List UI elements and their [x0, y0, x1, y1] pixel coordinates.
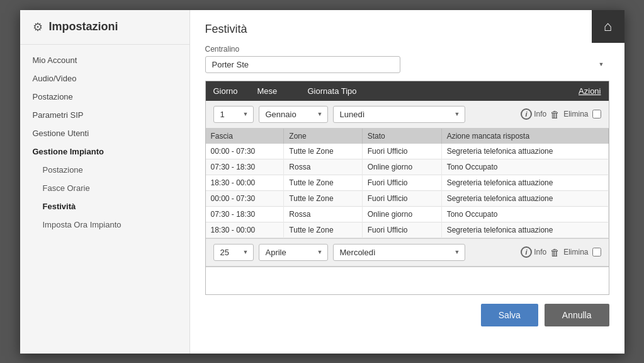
row-0-giorno-select[interactable]: 1234567891011121314151617181920212223242…	[213, 106, 254, 123]
row-1-actions: i Info 🗑 Elimina	[521, 246, 601, 258]
row-1-tipo-select[interactable]: LunedìMartedìMercoledì GiovedìVenerdìSab…	[333, 244, 465, 261]
info-icon-1: i	[521, 246, 532, 258]
sidebar-item-mio-account[interactable]: Mio Account	[20, 51, 189, 69]
main-content: ⌂ Festività Centralino Porter Ste Centra…	[190, 10, 624, 354]
table-row: 18:30 - 00:00Tutte le ZoneFuori UfficioS…	[206, 222, 609, 238]
row-0-tipo-wrapper: LunedìMartedìMercoledì GiovedìVenerdìSab…	[333, 106, 465, 123]
cell-fascia: 07:30 - 18:30	[206, 206, 284, 222]
azioni-link[interactable]: Azioni	[579, 86, 601, 96]
row-0-actions: i Info 🗑 Elimina	[521, 108, 601, 120]
sidebar-item-postazione-sub[interactable]: Postazione	[20, 161, 189, 179]
cell-azione: Tono Occupato	[441, 206, 608, 222]
col-giorno: Giorno	[213, 86, 239, 96]
row-0-info-button[interactable]: i Info	[521, 108, 546, 120]
col-mese: Mese	[257, 86, 308, 96]
table-col-headers: Giorno Mese Giornata Tipo Azioni	[206, 81, 609, 101]
sidebar: ⚙ Impostazioni Mio Account Audio/Video P…	[20, 10, 190, 354]
bottom-bar: Salva Annulla	[205, 304, 609, 326]
cell-fascia: 18:30 - 00:00	[206, 175, 284, 190]
sidebar-item-gestione-impianto[interactable]: Gestione Impianto	[20, 142, 189, 161]
cell-stato: Fuori Ufficio	[362, 222, 441, 238]
sidebar-nav: Mio Account Audio/Video Postazione Param…	[20, 49, 189, 354]
row-0-mese-select[interactable]: GennaioFebbraioMarzoAprile MaggioGiugnoL…	[259, 106, 328, 123]
col-tipo: Giornata Tipo	[308, 86, 446, 96]
cell-stato: Online giorno	[362, 159, 441, 175]
row-0-tipo-select[interactable]: LunedìMartedìMercoledì GiovedìVenerdìSab…	[333, 106, 465, 123]
sidebar-item-audio-video[interactable]: Audio/Video	[20, 69, 189, 88]
holiday-row-1-controls: 1234567891011121314151617181920212223242…	[206, 239, 609, 267]
cell-zone: Tutte le Zone	[284, 190, 362, 206]
row-1-mese-select[interactable]: GennaioFebbraioMarzoAprile MaggioGiugnoL…	[259, 244, 328, 261]
row-0-elimina-label[interactable]: Elimina	[563, 110, 588, 118]
holiday-row-0: 1234567891011121314151617181920212223242…	[206, 101, 609, 239]
table-row: 18:30 - 00:00Tutte le ZoneFuori UfficioS…	[206, 175, 609, 190]
sidebar-header: ⚙ Impostazioni	[20, 10, 189, 45]
sidebar-item-fasce-orarie[interactable]: Fasce Orarie	[20, 179, 189, 197]
cell-stato: Online giorno	[362, 206, 441, 222]
salva-button[interactable]: Salva	[481, 304, 538, 326]
col-azioni[interactable]: Azioni	[579, 86, 601, 96]
row-1-trash-icon[interactable]: 🗑	[550, 247, 560, 258]
annulla-button[interactable]: Annulla	[545, 304, 609, 326]
holiday-row-0-controls: 1234567891011121314151617181920212223242…	[206, 101, 609, 129]
cell-azione: Segreteria telefonica attuazione	[441, 175, 608, 190]
sidebar-item-gestione-utenti[interactable]: Gestione Utenti	[20, 124, 189, 142]
centralino-label: Centralino	[205, 45, 609, 54]
cell-fascia: 00:00 - 07:30	[206, 144, 284, 159]
sidebar-item-postazione[interactable]: Postazione	[20, 88, 189, 106]
row-0-mese-wrapper: GennaioFebbraioMarzoAprile MaggioGiugnoL…	[259, 106, 328, 123]
cell-fascia: 18:30 - 00:00	[206, 222, 284, 238]
centralino-select[interactable]: Porter Ste Centralino 2	[205, 56, 400, 73]
inner-col-azione: Azione mancata risposta	[441, 129, 608, 144]
inner-col-zone: Zone	[284, 129, 362, 144]
row-1-giorno-select[interactable]: 1234567891011121314151617181920212223242…	[213, 244, 254, 261]
row-1-giorno-wrapper: 1234567891011121314151617181920212223242…	[213, 244, 254, 261]
cell-azione: Tono Occupato	[441, 159, 608, 175]
home-button[interactable]: ⌂	[592, 10, 624, 43]
holiday-row-1: 1234567891011121314151617181920212223242…	[206, 239, 609, 267]
row-1-mese-wrapper: GennaioFebbraioMarzoAprile MaggioGiugnoL…	[259, 244, 328, 261]
cell-fascia: 00:00 - 07:30	[206, 190, 284, 206]
table-row: 00:00 - 07:30Tutte le ZoneFuori UfficioS…	[206, 190, 609, 206]
row-0-inner-table: Fascia Zone Stato Azione mancata rispost…	[206, 129, 609, 238]
row-1-info-button[interactable]: i Info	[521, 246, 546, 258]
row-0-info-label: Info	[534, 110, 546, 118]
festivita-table: Giorno Mese Giornata Tipo Azioni 1234567…	[205, 81, 609, 295]
row-1-tipo-wrapper: LunedìMartedìMercoledì GiovedìVenerdìSab…	[333, 244, 465, 261]
row-1-selects: 1234567891011121314151617181920212223242…	[213, 244, 465, 261]
cell-azione: Segreteria telefonica attuazione	[441, 222, 608, 238]
cell-zone: Rossa	[284, 206, 362, 222]
sidebar-item-festivita[interactable]: Festività	[20, 197, 189, 216]
cell-stato: Fuori Ufficio	[362, 190, 441, 206]
row-1-checkbox[interactable]	[592, 248, 601, 256]
modal-container: ⚙ Impostazioni Mio Account Audio/Video P…	[20, 10, 624, 354]
cell-zone: Tutte le Zone	[284, 175, 362, 190]
table-row: 07:30 - 18:30RossaOnline giornoTono Occu…	[206, 206, 609, 222]
gear-icon: ⚙	[33, 20, 43, 34]
page-title: Festività	[205, 23, 609, 36]
cell-zone: Rossa	[284, 159, 362, 175]
sidebar-title: Impostazioni	[49, 20, 118, 33]
cell-stato: Fuori Ufficio	[362, 175, 441, 190]
sidebar-item-imposta-ora[interactable]: Imposta Ora Impianto	[20, 216, 189, 234]
col-spacer1	[239, 86, 257, 96]
info-icon-0: i	[521, 108, 532, 120]
cell-stato: Fuori Ufficio	[362, 144, 441, 159]
inner-col-stato: Stato	[362, 129, 441, 144]
row-0-trash-icon[interactable]: 🗑	[550, 109, 560, 120]
cell-azione: Segreteria telefonica attuazione	[441, 190, 608, 206]
table-row: 07:30 - 18:30RossaOnline giornoTono Occu…	[206, 159, 609, 175]
cell-zone: Tutte le Zone	[284, 144, 362, 159]
cell-fascia: 07:30 - 18:30	[206, 159, 284, 175]
cell-azione: Segreteria telefonica attuazione	[441, 144, 608, 159]
row-0-giorno-wrapper: 1234567891011121314151617181920212223242…	[213, 106, 254, 123]
cell-zone: Tutte le Zone	[284, 222, 362, 238]
row-0-checkbox[interactable]	[592, 110, 601, 118]
table-row: 00:00 - 07:30Tutte le ZoneFuori UfficioS…	[206, 144, 609, 159]
row-0-selects: 1234567891011121314151617181920212223242…	[213, 106, 465, 123]
row-0-inner-table-wrapper: Fascia Zone Stato Azione mancata rispost…	[206, 129, 609, 238]
row-1-info-label: Info	[534, 248, 546, 256]
row-1-elimina-label[interactable]: Elimina	[563, 248, 588, 256]
inner-col-fascia: Fascia	[206, 129, 284, 144]
sidebar-item-parametri-sip[interactable]: Parametri SIP	[20, 106, 189, 124]
